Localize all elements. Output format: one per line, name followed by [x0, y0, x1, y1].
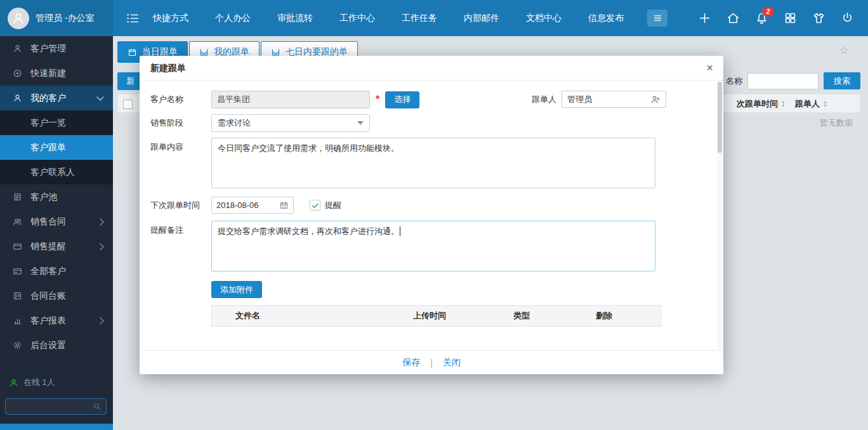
modal-scrollbar: [717, 81, 723, 350]
sidebar-item-label: 销售合同: [30, 216, 66, 228]
person-icon: [11, 11, 25, 25]
remark-row: 提醒备注 提交给客户需求调研文档，再次和客户进行沟通。: [150, 221, 702, 271]
follower-group: 跟单人 管理员: [532, 91, 666, 108]
user-menu[interactable]: 管理员 -办公室: [0, 0, 113, 36]
chart-icon: [13, 316, 22, 325]
bell-icon[interactable]: 2: [755, 11, 768, 25]
sidebar-item-sales-contracts[interactable]: 销售合同: [0, 209, 113, 234]
stage-row: 销售阶段 需求讨论: [150, 114, 702, 132]
remind-label: 提醒: [325, 200, 341, 211]
add-attachment-button[interactable]: 添加附件: [211, 281, 262, 298]
search-button[interactable]: 搜索: [824, 72, 860, 89]
attachment-table-header: 文件名 上传时间 类型 删除: [211, 305, 661, 327]
nav-item-work-center[interactable]: 工作中心: [339, 13, 375, 24]
close-button[interactable]: 关闭: [443, 357, 461, 368]
users-icon: [13, 217, 22, 226]
column-label: 次跟单时间: [737, 98, 778, 110]
avatar: [8, 8, 29, 29]
chevron-right-icon: [96, 243, 103, 250]
calendar-icon: [279, 200, 289, 210]
topbar: 管理员 -办公室 快捷方式 个人办公 审批流转 工作中心 工作任务 内部邮件 文…: [0, 0, 868, 36]
content-row: 跟单内容 今日同客户交流了使用需求，明确所用功能模块。: [150, 138, 702, 188]
attachment-row: 添加附件: [150, 281, 702, 298]
sidebar-item-customer-contacts[interactable]: 客户联系人: [0, 160, 113, 185]
nav-item-personal-office[interactable]: 个人办公: [215, 13, 251, 24]
sidebar-bottom-strip: [0, 424, 113, 430]
user-name: 管理员 -办公室: [36, 13, 95, 24]
sidebar-item-contract-ledger[interactable]: 合同台账: [0, 283, 113, 308]
save-button[interactable]: 保存: [402, 357, 420, 368]
sidebar-item-all-customers[interactable]: 全部客户: [0, 259, 113, 283]
sidebar-item-label: 客户池: [30, 192, 57, 203]
close-icon[interactable]: ×: [706, 62, 713, 74]
column-follower[interactable]: 跟单人 ▲▼: [795, 98, 827, 110]
follower-value: 管理员: [567, 94, 592, 105]
nav-item-doc-center[interactable]: 文档中心: [526, 13, 562, 24]
empty-data-label: 暂无数据: [820, 117, 853, 129]
customer-name-field[interactable]: 昌平集团: [211, 91, 370, 108]
sidebar-search: [5, 398, 107, 415]
remark-label: 提醒备注: [150, 221, 211, 236]
sidebar-item-my-customers[interactable]: 我的客户: [0, 86, 113, 110]
nav-item-work-tasks[interactable]: 工作任务: [402, 13, 437, 24]
sidebar-item-customer-management[interactable]: 客户管理: [0, 36, 113, 61]
notification-badge: 2: [762, 7, 774, 16]
sidebar-item-customer-reports[interactable]: 客户报表: [0, 308, 113, 333]
theme-shirt-icon[interactable]: [812, 11, 825, 25]
follower-label: 跟单人: [532, 94, 556, 105]
chevron-right-icon: [96, 317, 103, 324]
home-icon[interactable]: [727, 11, 740, 25]
attachment-col-type: 类型: [513, 310, 596, 322]
select-all-checkbox[interactable]: [123, 100, 133, 109]
stage-select[interactable]: 需求讨论: [211, 114, 370, 132]
sidebar-item-customer-pool[interactable]: 客户池: [0, 185, 113, 209]
sidebar-item-label: 我的客户: [30, 93, 66, 104]
add-icon[interactable]: [698, 11, 711, 25]
nav-item-internal-mail[interactable]: 内部邮件: [464, 13, 499, 24]
sidebar-item-label: 客户一览: [30, 117, 66, 129]
online-status: 在线 1人: [9, 377, 55, 388]
filter-bar: 名称 搜索: [726, 72, 860, 89]
sort-icon[interactable]: ▲▼: [781, 100, 786, 108]
sidebar-item-label: 客户联系人: [30, 167, 75, 178]
menu-list-icon[interactable]: [126, 11, 140, 25]
modal-footer: 保存 | 关闭: [140, 350, 723, 374]
online-person-icon: [9, 378, 18, 388]
sidebar-item-label: 合同台账: [30, 290, 66, 302]
sidebar-search-input[interactable]: [6, 402, 93, 411]
nav-item-shortcuts[interactable]: 快捷方式: [153, 13, 188, 24]
new-followup-modal: 新建跟单 × 客户名称 昌平集团 * 选择 跟单人 管理员 销售阶段 需求讨论: [140, 56, 723, 374]
sidebar-item-sales-reminders[interactable]: 销售提醒: [0, 234, 113, 259]
sort-icon[interactable]: ▲▼: [823, 100, 827, 108]
apps-grid-icon[interactable]: [784, 11, 797, 25]
next-time-value: 2018-08-06: [216, 200, 259, 210]
sidebar-item-customer-overview[interactable]: 客户一览: [0, 110, 113, 135]
remark-textarea[interactable]: 提交给客户需求调研文档，再次和客户进行沟通。: [211, 221, 655, 271]
search-icon[interactable]: [93, 402, 102, 411]
next-time-row: 下次跟单时间 2018-08-06 提醒: [150, 197, 702, 214]
column-next-followup-time[interactable]: 次跟单时间 ▲▼: [737, 98, 786, 110]
favorite-star-icon[interactable]: ☆: [839, 44, 849, 57]
sidebar-item-label: 客户报表: [30, 315, 66, 327]
sidebar-item-backend-settings[interactable]: 后台设置: [0, 333, 113, 358]
content-textarea[interactable]: 今日同客户交流了使用需求，明确所用功能模块。: [211, 138, 655, 188]
document-icon: [13, 192, 22, 202]
next-time-date-input[interactable]: 2018-08-06: [211, 197, 294, 214]
sidebar-item-quick-create[interactable]: 快速新建: [0, 61, 113, 86]
more-menu-icon[interactable]: [647, 10, 667, 27]
nav-item-approval-flow[interactable]: 审批流转: [277, 13, 313, 24]
scrollbar-thumb[interactable]: [718, 82, 722, 153]
person-add-icon[interactable]: [650, 94, 661, 105]
customer-name-label: 客户名称: [150, 94, 211, 105]
nav-item-info-publish[interactable]: 信息发布: [588, 13, 624, 24]
sidebar-item-customer-followup[interactable]: 客户跟单: [0, 135, 113, 160]
column-label: 跟单人: [795, 98, 820, 110]
power-icon[interactable]: [841, 11, 854, 25]
choose-customer-button[interactable]: 选择: [385, 91, 419, 108]
filter-name-input[interactable]: [747, 73, 819, 89]
attachment-col-filename: 文件名: [235, 310, 413, 322]
follower-field[interactable]: 管理员: [562, 91, 666, 108]
remind-checkbox[interactable]: [310, 200, 320, 211]
chevron-right-icon: [96, 218, 103, 225]
next-time-label: 下次跟单时间: [150, 200, 211, 211]
